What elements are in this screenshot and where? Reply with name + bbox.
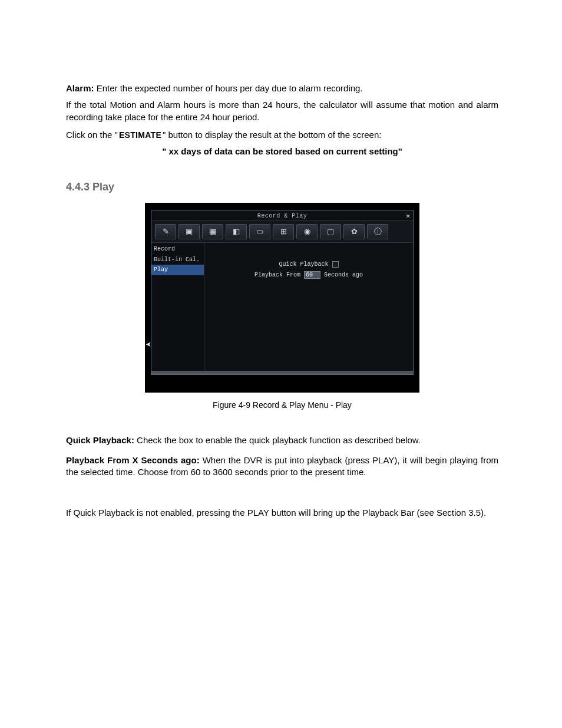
app-window: ➤ Record & Play × ✎ ▣ ▦ ◧ ▭ ⊞ ◉ ▢ ✿ ⓘ Re…	[145, 203, 419, 393]
alarm-text: Enter the expected number of hours per d…	[94, 83, 363, 93]
bell-icon[interactable]: ◧	[226, 224, 247, 239]
toolbar: ✎ ▣ ▦ ◧ ▭ ⊞ ◉ ▢ ✿ ⓘ	[151, 221, 413, 243]
estimate-button[interactable]: ESTIMATE	[118, 130, 163, 141]
camera-icon[interactable]: ◉	[296, 224, 318, 239]
window-footer-bar	[151, 371, 413, 374]
screen-icon[interactable]: ▭	[249, 224, 270, 239]
content-pane: Quick Playback Playback From 60 Seconds …	[204, 243, 413, 371]
sidebar-item-play[interactable]: Play	[151, 265, 204, 275]
window-title: Record & Play	[257, 213, 308, 219]
alarm-label: Alarm:	[66, 83, 94, 93]
section-number: 4.4.3	[66, 181, 90, 193]
figure-wrap: ➤ Record & Play × ✎ ▣ ▦ ◧ ▭ ⊞ ◉ ▢ ✿ ⓘ Re…	[66, 203, 498, 411]
click-suffix: " button to display the result at the bo…	[163, 130, 381, 140]
playback-from-label: Playback From	[254, 271, 300, 279]
click-estimate-paragraph: Click on the "ESTIMATE" button to displa…	[66, 129, 498, 141]
spacer	[66, 487, 498, 507]
brush-icon[interactable]: ✎	[155, 224, 176, 239]
note-paragraph: If Quick Playback is not enabled, pressi…	[66, 507, 498, 519]
playback-from-strong: Playback From X Seconds ago:	[66, 455, 200, 465]
sidebar: Record Built-in Cal. Play	[151, 243, 204, 371]
playback-seconds-input[interactable]: 60	[304, 271, 320, 279]
alarm-paragraph: Alarm: Enter the expected number of hour…	[66, 83, 498, 94]
video-icon[interactable]: ▣	[178, 224, 200, 239]
quick-playback-label: Quick Playback	[279, 261, 328, 269]
network-icon[interactable]: ⊞	[273, 224, 294, 239]
window-body: Record Built-in Cal. Play Quick Playback…	[151, 243, 413, 371]
body-text: Quick Playback: Check the box to enable …	[66, 434, 498, 519]
quick-playback-strong: Quick Playback:	[66, 435, 134, 445]
window-titlebar: Record & Play ×	[151, 210, 413, 222]
section-heading: 4.4.3 Play	[66, 180, 498, 194]
sidebar-item-record[interactable]: Record	[151, 244, 204, 255]
info-icon[interactable]: ⓘ	[367, 224, 388, 239]
calendar-icon[interactable]: ▦	[202, 224, 223, 239]
sidebar-item-builtin-cal[interactable]: Built-in Cal.	[151, 255, 204, 265]
close-icon[interactable]: ×	[406, 212, 411, 222]
overflow-paragraph: If the total Motion and Alarm hours is m…	[66, 99, 498, 123]
quick-playback-row: Quick Playback	[204, 261, 413, 269]
section-title: Play	[92, 181, 114, 193]
playback-from-paragraph: Playback From X Seconds ago: When the DV…	[66, 454, 498, 479]
figure-caption: Figure 4-9 Record & Play Menu - Play	[66, 400, 498, 411]
result-line: " xx days of data can be stored based on…	[66, 146, 498, 157]
gear-icon[interactable]: ✿	[343, 224, 365, 239]
click-prefix: Click on the "	[66, 130, 118, 140]
seconds-ago-label: Seconds ago	[324, 271, 363, 279]
window-frame: Record & Play × ✎ ▣ ▦ ◧ ▭ ⊞ ◉ ▢ ✿ ⓘ Reco…	[151, 210, 414, 375]
quick-playback-checkbox[interactable]	[332, 261, 339, 268]
quick-playback-text: Check the box to enable the quick playba…	[134, 435, 421, 445]
display-icon[interactable]: ▢	[320, 224, 341, 239]
quick-playback-paragraph: Quick Playback: Check the box to enable …	[66, 434, 498, 446]
playback-from-row: Playback From 60 Seconds ago	[204, 271, 413, 279]
